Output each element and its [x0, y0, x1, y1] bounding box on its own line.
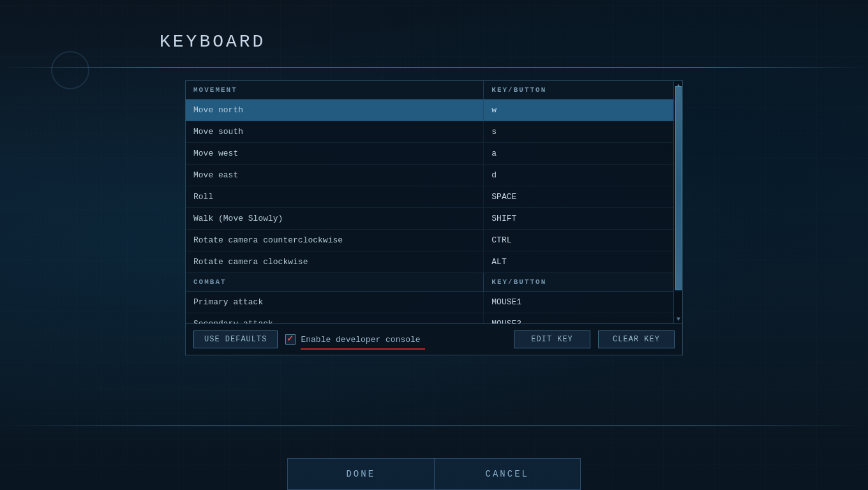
keybind-table-wrapper: MOVEMENT KEY/BUTTON Move north w Move so…	[186, 81, 682, 323]
keybind-row[interactable]: Roll SPACE	[186, 186, 682, 208]
key-value: MOUSE3	[484, 313, 682, 324]
action-label: Primary attack	[186, 292, 484, 313]
developer-console-label[interactable]: Enable developer console	[301, 335, 420, 345]
keybind-row[interactable]: Rotate camera counterclockwise CTRL	[186, 230, 682, 251]
keybind-row[interactable]: Walk (Move Slowly) SHIFT	[186, 208, 682, 230]
section-key-col-header: KEY/BUTTON	[484, 81, 682, 100]
action-label: Secondary attack	[186, 313, 484, 324]
action-label: Move south	[186, 121, 484, 143]
keybind-row[interactable]: Move west a	[186, 143, 682, 165]
scrollbar-track[interactable]: ▲ ▼	[673, 81, 682, 323]
key-value: d	[484, 165, 682, 186]
keyboard-container: MOVEMENT KEY/BUTTON Move north w Move so…	[185, 80, 683, 355]
clear-key-button[interactable]: Clear Key	[598, 330, 675, 348]
developer-console-area: Enable developer console	[285, 334, 506, 345]
key-value: MOUSE1	[484, 292, 682, 313]
section-movement-col-header: COMBAT	[186, 273, 484, 292]
key-value: w	[484, 100, 682, 121]
bottom-controls: Use Defaults Enable developer console Ed…	[186, 323, 682, 355]
key-value: ALT	[484, 251, 682, 273]
keybind-row[interactable]: Move south s	[186, 121, 682, 143]
action-label: Walk (Move Slowly)	[186, 208, 484, 230]
key-value: a	[484, 143, 682, 165]
keybind-row[interactable]: Move east d	[186, 165, 682, 186]
section-movement-col-header: MOVEMENT	[186, 81, 484, 100]
edit-key-button[interactable]: Edit key	[514, 330, 590, 348]
content-wrapper: Keyboard MOVEMENT KEY/BUTTON Move north …	[0, 0, 868, 490]
developer-console-underline	[301, 348, 425, 350]
keybind-row[interactable]: Rotate camera clockwise ALT	[186, 251, 682, 273]
section-key-col-header: KEY/BUTTON	[484, 273, 682, 292]
page-title: Keyboard	[160, 32, 266, 52]
action-label: Rotate camera clockwise	[186, 251, 484, 273]
key-value: SPACE	[484, 186, 682, 208]
action-label: Rotate camera counterclockwise	[186, 230, 484, 251]
keybind-table: MOVEMENT KEY/BUTTON Move north w Move so…	[186, 81, 682, 323]
key-value: s	[484, 121, 682, 143]
keybind-row[interactable]: Secondary attack MOUSE3	[186, 313, 682, 324]
keybind-row[interactable]: Primary attack MOUSE1	[186, 292, 682, 313]
action-label: Move west	[186, 143, 484, 165]
top-divider	[0, 67, 868, 68]
section-header-combat: COMBAT KEY/BUTTON	[186, 273, 682, 292]
scrollbar-thumb[interactable]	[675, 86, 682, 290]
section-header-movement: MOVEMENT KEY/BUTTON	[186, 81, 682, 100]
action-label: Move north	[186, 100, 484, 121]
use-defaults-button[interactable]: Use Defaults	[193, 330, 278, 348]
key-value: SHIFT	[484, 208, 682, 230]
keybind-row[interactable]: Move north w	[186, 100, 682, 121]
developer-console-checkbox[interactable]	[285, 334, 296, 345]
action-label: Roll	[186, 186, 484, 208]
scrollbar-down-arrow[interactable]: ▼	[674, 315, 682, 323]
key-value: CTRL	[484, 230, 682, 251]
action-label: Move east	[186, 165, 484, 186]
